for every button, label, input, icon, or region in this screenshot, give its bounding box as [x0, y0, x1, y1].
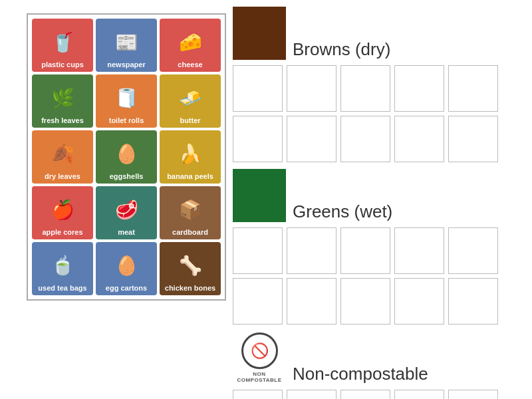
- banana-peels-icon: 🍌: [170, 138, 210, 171]
- item-used-tea-bags[interactable]: 🍵 used tea bags: [32, 242, 93, 295]
- fresh-leaves-icon: 🌿: [43, 82, 82, 115]
- section-non-compostable: 🚫 NONCOMPOSTABLE Non-compostable: [233, 331, 519, 399]
- drop-cell-greens-0-2[interactable]: [340, 227, 390, 274]
- drop-cell-greens-0-4[interactable]: [448, 227, 498, 274]
- drop-cell-browns-1-4[interactable]: [448, 116, 498, 162]
- non-compostable-icon: 🚫 NONCOMPOSTABLE: [233, 331, 286, 384]
- cheese-icon: 🧀: [170, 26, 210, 59]
- color-block-greens: [233, 169, 286, 222]
- eggshells-label: eggshells: [110, 172, 144, 181]
- sorting-panel: Browns (dry) Greens (wet) 🚫 NONCOMPOSTAB…: [233, 7, 519, 399]
- section-header-browns: Browns (dry): [233, 7, 519, 60]
- drop-cell-greens-0-0[interactable]: [233, 227, 283, 274]
- newspaper-label: newspaper: [107, 61, 145, 69]
- drop-cell-non-compostable-0-4[interactable]: [448, 390, 498, 399]
- butter-label: butter: [180, 116, 200, 125]
- item-chicken-bones[interactable]: 🦴 chicken bones: [160, 242, 221, 295]
- egg-cartons-icon: 🥚: [106, 249, 146, 283]
- item-cheese[interactable]: 🧀 cheese: [160, 19, 221, 72]
- drop-cell-greens-1-3[interactable]: [394, 278, 444, 325]
- item-plastic-cups[interactable]: 🥤 plastic cups: [32, 19, 93, 72]
- drop-cell-greens-0-1[interactable]: [287, 227, 336, 274]
- cardboard-label: cardboard: [172, 228, 208, 237]
- drop-cell-browns-1-2[interactable]: [340, 116, 390, 162]
- section-header-greens: Greens (wet): [233, 169, 519, 222]
- section-greens: Greens (wet): [233, 169, 519, 325]
- drop-cell-browns-1-3[interactable]: [394, 116, 444, 162]
- drop-cell-browns-0-1[interactable]: [287, 65, 336, 112]
- drop-cell-non-compostable-0-2[interactable]: [340, 390, 390, 399]
- item-eggshells[interactable]: 🥚 eggshells: [96, 130, 157, 184]
- drop-cell-non-compostable-0-0[interactable]: [233, 390, 283, 399]
- item-grid: 🥤 plastic cups 📰 newspaper 🧀 cheese 🌿 fr…: [32, 19, 221, 295]
- section-header-non-compostable: 🚫 NONCOMPOSTABLE Non-compostable: [233, 331, 519, 384]
- apple-cores-icon: 🍎: [43, 194, 82, 227]
- cardboard-icon: 📦: [170, 194, 210, 227]
- drop-cell-non-compostable-0-3[interactable]: [394, 390, 444, 399]
- toilet-rolls-icon: 🧻: [106, 82, 146, 115]
- drop-cell-browns-0-3[interactable]: [394, 65, 444, 112]
- drop-cell-greens-1-4[interactable]: [448, 278, 498, 325]
- section-title-greens: Greens (wet): [293, 201, 392, 222]
- meat-icon: 🥩: [106, 194, 146, 227]
- item-egg-cartons[interactable]: 🥚 egg cartons: [96, 242, 157, 295]
- item-cardboard[interactable]: 📦 cardboard: [160, 186, 221, 239]
- fresh-leaves-label: fresh leaves: [41, 116, 84, 125]
- dry-leaves-label: dry leaves: [45, 172, 80, 181]
- drop-cell-greens-0-3[interactable]: [394, 227, 444, 274]
- drop-cell-browns-0-0[interactable]: [233, 65, 283, 112]
- toilet-rolls-label: toilet rolls: [109, 116, 144, 125]
- item-dry-leaves[interactable]: 🍂 dry leaves: [32, 130, 93, 184]
- drop-cell-browns-0-2[interactable]: [340, 65, 390, 112]
- drop-cell-greens-1-0[interactable]: [233, 278, 283, 325]
- item-toilet-rolls[interactable]: 🧻 toilet rolls: [96, 74, 157, 128]
- drop-row-greens-1: [233, 278, 519, 325]
- drop-cell-greens-1-1[interactable]: [287, 278, 336, 325]
- item-newspaper[interactable]: 📰 newspaper: [96, 19, 157, 72]
- drop-row-greens-0: [233, 227, 519, 274]
- drop-row-browns-1: [233, 116, 519, 162]
- used-tea-bags-icon: 🍵: [43, 249, 82, 283]
- chicken-bones-label: chicken bones: [165, 284, 215, 293]
- item-meat[interactable]: 🥩 meat: [96, 186, 157, 239]
- item-banana-peels[interactable]: 🍌 banana peels: [160, 130, 221, 184]
- section-title-browns: Browns (dry): [293, 39, 390, 60]
- drop-cell-non-compostable-0-1[interactable]: [287, 390, 336, 399]
- item-panel: 🥤 plastic cups 📰 newspaper 🧀 cheese 🌿 fr…: [27, 13, 226, 301]
- drop-cell-browns-1-0[interactable]: [233, 116, 283, 162]
- meat-label: meat: [118, 228, 135, 237]
- egg-cartons-label: egg cartons: [106, 284, 147, 293]
- cheese-label: cheese: [178, 61, 202, 69]
- drop-row-browns-0: [233, 65, 519, 112]
- color-block-browns: [233, 7, 286, 60]
- chicken-bones-icon: 🦴: [170, 249, 210, 283]
- dry-leaves-icon: 🍂: [43, 138, 82, 171]
- item-butter[interactable]: 🧈 butter: [160, 74, 221, 128]
- drop-row-non-compostable-0: [233, 390, 519, 399]
- section-title-non-compostable: Non-compostable: [293, 364, 428, 384]
- drop-cell-greens-1-2[interactable]: [340, 278, 390, 325]
- plastic-cups-label: plastic cups: [41, 61, 84, 69]
- item-apple-cores[interactable]: 🍎 apple cores: [32, 186, 93, 239]
- newspaper-icon: 📰: [106, 26, 146, 59]
- apple-cores-label: apple cores: [42, 228, 82, 237]
- banana-peels-label: banana peels: [167, 172, 213, 181]
- section-browns: Browns (dry): [233, 7, 519, 162]
- drop-cell-browns-0-4[interactable]: [448, 65, 498, 112]
- used-tea-bags-label: used tea bags: [38, 284, 86, 293]
- butter-icon: 🧈: [170, 82, 210, 115]
- eggshells-icon: 🥚: [106, 138, 146, 171]
- item-fresh-leaves[interactable]: 🌿 fresh leaves: [32, 74, 93, 128]
- plastic-cups-icon: 🥤: [43, 26, 82, 59]
- drop-cell-browns-1-1[interactable]: [287, 116, 336, 162]
